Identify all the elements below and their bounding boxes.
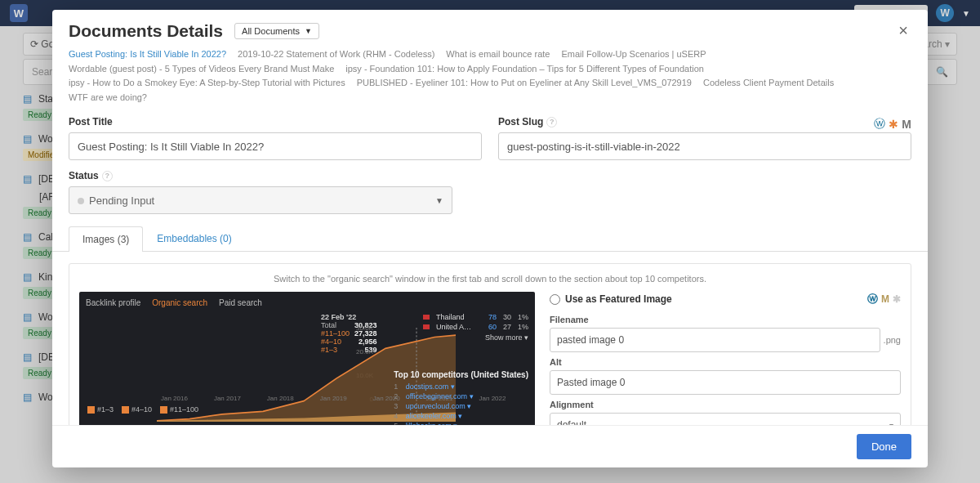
post-slug-input[interactable] xyxy=(498,132,911,160)
post-slug-label: Post Slug ? xyxy=(498,116,557,127)
status-select[interactable]: Pending Input ▼ xyxy=(69,186,452,214)
image-preview: Backlink profile Organic search Paid sea… xyxy=(79,292,535,425)
tab-embeddables[interactable]: Embeddables (0) xyxy=(143,226,245,251)
done-button[interactable]: Done xyxy=(857,434,911,459)
country-stats: Thailand78301%United A…60271%Show more ▾ xyxy=(423,313,528,342)
featured-image-label: Use as Featured Image xyxy=(565,293,672,305)
preview-tab-paid: Paid search xyxy=(219,298,262,307)
doc-link[interactable]: Email Follow-Up Scenarios | uSERP xyxy=(561,47,706,62)
filename-label: Filename xyxy=(550,315,901,324)
platform-icons-small: ⓦ M ✱ xyxy=(867,292,901,306)
doc-link[interactable]: ipsy - Foundation 101: How to Apply Foun… xyxy=(345,62,704,77)
chevron-down-icon: ▼ xyxy=(435,196,443,205)
filename-ext: .png xyxy=(884,335,901,345)
medium-icon[interactable]: M xyxy=(881,293,889,305)
alt-label: Alt xyxy=(550,357,901,367)
preview-tab-backlink: Backlink profile xyxy=(86,298,140,307)
doc-link[interactable]: PUBLISHED - Eyeliner 101: How to Put on … xyxy=(357,76,692,91)
help-icon[interactable]: ? xyxy=(102,171,113,181)
modal-title: Documents Details xyxy=(69,21,223,41)
alt-input[interactable] xyxy=(550,370,901,395)
featured-image-radio[interactable] xyxy=(550,294,560,305)
medium-icon[interactable]: M xyxy=(902,118,911,131)
modal-backdrop: Documents Details All Documents ▼ × Gues… xyxy=(0,0,980,483)
doc-link[interactable]: ipsy - How to Do a Smokey Eye: A Step-by… xyxy=(69,76,345,91)
competitors-title: Top 10 competitors (United States) xyxy=(394,370,528,379)
doc-link[interactable]: Codeless Client Payment Details xyxy=(703,76,834,91)
doc-link[interactable]: WTF are we doing? xyxy=(69,91,147,105)
instruction-text: Switch to the "organic search" window in… xyxy=(79,274,901,284)
post-title-label: Post Title xyxy=(69,116,482,127)
doc-link[interactable]: 2019-10-22 Statement of Work (RHM - Code… xyxy=(238,47,434,62)
alignment-label: Alignment xyxy=(550,400,901,409)
documents-filter-dropdown[interactable]: All Documents ▼ xyxy=(234,23,319,39)
close-button[interactable]: × xyxy=(895,21,911,40)
chevron-down-icon: ▼ xyxy=(305,27,312,35)
wordpress-icon[interactable]: ⓦ xyxy=(867,292,878,306)
doc-link[interactable]: Wordable (guest post) - 5 Types of Video… xyxy=(69,62,334,77)
status-label: Status ? xyxy=(69,170,911,181)
documents-details-modal: Documents Details All Documents ▼ × Gues… xyxy=(52,10,928,467)
wordpress-icon[interactable]: ⓦ xyxy=(874,117,885,132)
document-links: Guest Posting: Is It Still Viable In 202… xyxy=(52,47,928,113)
filename-input[interactable] xyxy=(550,328,880,352)
doc-link[interactable]: Guest Posting: Is It Still Viable In 202… xyxy=(69,49,226,59)
preview-tab-organic: Organic search xyxy=(152,298,207,307)
platform-icons: ⓦ ✱ M xyxy=(874,117,911,132)
hubspot-icon[interactable]: ✱ xyxy=(893,293,901,305)
tab-images[interactable]: Images (3) xyxy=(69,226,143,252)
doc-link[interactable]: What is email bounce rate xyxy=(446,47,550,62)
hubspot-icon[interactable]: ✱ xyxy=(889,118,898,131)
post-title-input[interactable] xyxy=(69,132,482,160)
traffic-value: Traffic value $3,655 xyxy=(87,423,372,425)
help-icon[interactable]: ? xyxy=(546,117,557,127)
alignment-select[interactable]: default ▾ xyxy=(550,413,901,425)
